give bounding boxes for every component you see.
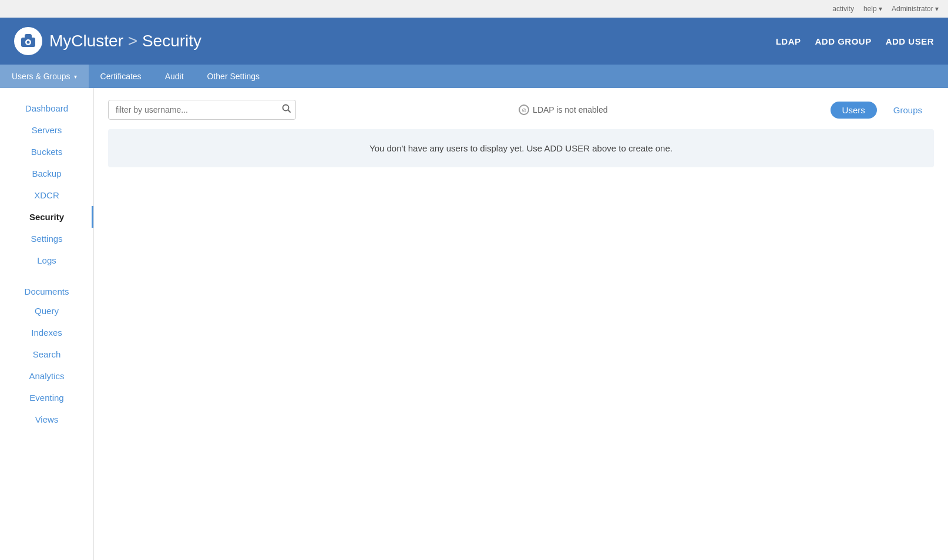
sidebar-item-analytics[interactable]: Analytics — [0, 365, 93, 387]
subnav-users-groups[interactable]: Users & Groups ▾ — [0, 65, 89, 88]
groups-toggle-button[interactable]: Groups — [882, 102, 934, 119]
main-content: ⊘ LDAP is not enabled Users Groups You d… — [94, 88, 948, 560]
users-toggle-button[interactable]: Users — [831, 102, 877, 119]
sidebar-item-dashboard[interactable]: Dashboard — [0, 97, 93, 119]
filter-username-input[interactable] — [108, 100, 296, 120]
view-toggle: Users Groups — [831, 102, 934, 119]
sidebar-item-settings[interactable]: Settings — [0, 228, 93, 249]
sidebar: Dashboard Servers Buckets Backup XDCR Se… — [0, 88, 94, 560]
empty-state-message: You don't have any users to display yet.… — [108, 129, 934, 167]
subnav-audit[interactable]: Audit — [153, 65, 196, 88]
search-icon-button[interactable] — [282, 104, 291, 116]
admin-link[interactable]: Administrator ▾ — [892, 5, 939, 13]
sidebar-item-servers[interactable]: Servers — [0, 119, 93, 141]
ldap-status: ⊘ LDAP is not enabled — [519, 104, 607, 115]
chevron-down-icon: ▾ — [74, 73, 77, 80]
top-bar: activity help ▾ Administrator ▾ — [0, 0, 948, 18]
activity-link[interactable]: activity — [832, 5, 854, 13]
add-group-button[interactable]: ADD GROUP — [815, 36, 871, 46]
logo-icon — [19, 32, 38, 50]
add-user-button[interactable]: ADD USER — [886, 36, 934, 46]
header-title: MyCluster > Security — [49, 32, 201, 50]
filter-bar: ⊘ LDAP is not enabled Users Groups — [108, 100, 934, 120]
sidebar-item-xdcr[interactable]: XDCR — [0, 184, 93, 206]
svg-point-3 — [27, 41, 30, 44]
svg-rect-1 — [25, 34, 32, 40]
help-link[interactable]: help ▾ — [863, 5, 882, 13]
svg-line-5 — [288, 110, 291, 113]
sidebar-item-views[interactable]: Views — [0, 409, 93, 430]
logo[interactable] — [14, 27, 42, 55]
sidebar-item-backup[interactable]: Backup — [0, 163, 93, 184]
sidebar-item-documents[interactable]: Documents — [0, 278, 93, 300]
ldap-button[interactable]: LDAP — [776, 36, 801, 46]
subnav-other-settings[interactable]: Other Settings — [196, 65, 272, 88]
header-right: LDAP ADD GROUP ADD USER — [776, 36, 934, 46]
layout: Dashboard Servers Buckets Backup XDCR Se… — [0, 88, 948, 560]
header-left: MyCluster > Security — [14, 27, 201, 55]
search-icon — [282, 104, 291, 113]
sub-nav: Users & Groups ▾ Certificates Audit Othe… — [0, 65, 948, 88]
sidebar-item-query[interactable]: Query — [0, 300, 93, 322]
subnav-certificates[interactable]: Certificates — [89, 65, 153, 88]
sidebar-item-indexes[interactable]: Indexes — [0, 322, 93, 343]
ldap-disabled-icon: ⊘ — [519, 104, 529, 115]
sidebar-item-search[interactable]: Search — [0, 343, 93, 365]
filter-input-wrap — [108, 100, 296, 120]
sidebar-item-security[interactable]: Security — [0, 206, 93, 228]
sidebar-item-logs[interactable]: Logs — [0, 249, 93, 271]
header: MyCluster > Security LDAP ADD GROUP ADD … — [0, 18, 948, 65]
sidebar-item-eventing[interactable]: Eventing — [0, 387, 93, 409]
sidebar-item-buckets[interactable]: Buckets — [0, 141, 93, 163]
